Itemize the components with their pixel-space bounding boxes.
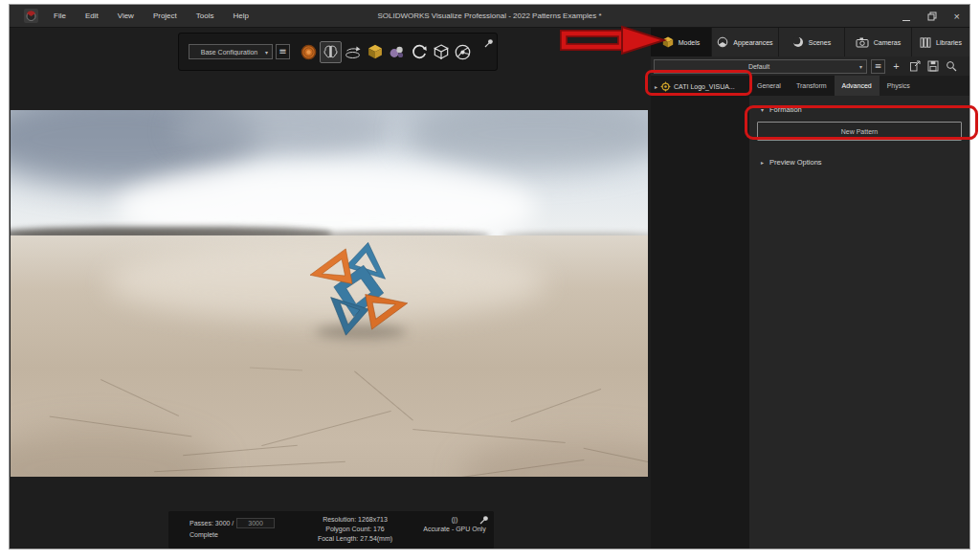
tab-libraries[interactable]: Libraries	[912, 28, 969, 56]
formation-section-header[interactable]: ▾ Formation	[749, 96, 969, 114]
toolbar-icons	[298, 41, 474, 63]
restore-icon[interactable]	[927, 8, 937, 25]
app-window: File Edit View Project Tools Help SOLIDW…	[9, 4, 970, 549]
tab-label: Cameras	[874, 39, 901, 46]
chevron-down-icon: ▾	[859, 63, 862, 70]
palette-tab-bar: Models Appearances Scenes	[651, 28, 969, 56]
export-icon[interactable]	[907, 59, 922, 74]
tab-appearances[interactable]: Appearances	[712, 28, 779, 56]
menu-tools[interactable]: Tools	[187, 5, 224, 28]
appearances-icon	[717, 36, 728, 48]
models-cube-icon	[662, 36, 674, 48]
appearance-spheres-icon[interactable]	[386, 41, 408, 63]
add-button[interactable]: +	[889, 59, 903, 74]
window-controls: ×	[902, 5, 960, 28]
tab-label: Scenes	[809, 39, 831, 46]
scenes-icon	[792, 36, 804, 48]
passes-total-field[interactable]: 3000	[236, 518, 275, 528]
chevron-down-icon: ▾	[265, 49, 268, 56]
tab-models[interactable]: Models	[651, 28, 712, 56]
menu-help[interactable]: Help	[223, 5, 257, 28]
passes-label: Passes: 3000 /	[189, 520, 234, 526]
menu-project[interactable]: Project	[144, 5, 187, 28]
tab-label: Appearances	[733, 39, 772, 46]
subtab-transform[interactable]: Transform	[789, 76, 835, 96]
configuration-dropdown-value: Base Configuration	[193, 49, 265, 56]
tab-label: Libraries	[936, 39, 962, 46]
formation-label: Formation	[769, 105, 802, 114]
render-viewport[interactable]	[11, 110, 648, 477]
rotate-icon[interactable]	[408, 41, 430, 63]
camera-aperture-icon[interactable]	[452, 41, 474, 63]
search-icon[interactable]	[944, 59, 958, 74]
preview-options-label: Preview Options	[769, 158, 822, 167]
menu-bar: File Edit View Project Tools Help	[44, 5, 258, 28]
model-set-row: Default ▾ ≡ +	[651, 56, 969, 76]
polygon-count-value: Polygon Count: 176	[295, 525, 415, 534]
render-complete-status: Complete	[189, 531, 295, 538]
pin-icon[interactable]	[479, 515, 489, 526]
pin-icon[interactable]	[483, 35, 494, 53]
close-icon[interactable]: ×	[954, 5, 960, 28]
subtab-advanced[interactable]: Advanced	[835, 76, 880, 96]
plus-icon: +	[893, 61, 899, 72]
save-icon[interactable]	[925, 59, 940, 74]
property-sub-tabs: General Transform Advanced Physics	[749, 76, 969, 96]
render-status-bar: Passes: 3000 / 3000 Complete Resolution:…	[168, 511, 494, 549]
menu-view[interactable]: View	[108, 5, 144, 28]
configuration-dropdown[interactable]: Base Configuration ▾	[189, 44, 273, 59]
cameras-icon	[856, 37, 869, 48]
collapse-icon: ▸	[761, 159, 764, 166]
new-pattern-button[interactable]: New Pattern	[757, 122, 962, 141]
app-logo-icon	[24, 9, 38, 23]
model-set-value: Default	[658, 63, 859, 70]
tree-item-label: CATI Logo_VISUA...	[674, 83, 735, 90]
model-cube-icon[interactable]	[364, 41, 386, 63]
denoiser-brain-icon[interactable]	[320, 41, 342, 63]
window-title: SOLIDWORKS Visualize Professional - 2022…	[201, 11, 778, 20]
model-set-dropdown[interactable]: Default ▾	[654, 59, 867, 74]
cati-logo-model	[305, 239, 412, 339]
focal-length-value: Focal Length: 27.54(mm)	[295, 534, 415, 544]
expand-icon[interactable]: ▸	[655, 83, 657, 90]
viewport-toolbar: Base Configuration ▾ ≡	[178, 33, 498, 71]
tree-item-cati-logo[interactable]: ▸ CATI Logo_VISUA...	[651, 78, 749, 95]
title-bar: File Edit View Project Tools Help SOLIDW…	[10, 5, 969, 28]
expand-icon: ▾	[761, 106, 764, 113]
turntable-icon[interactable]	[342, 41, 364, 63]
tab-cameras[interactable]: Cameras	[845, 28, 912, 56]
tab-scenes[interactable]: Scenes	[779, 28, 845, 56]
model-tree: ▸ CATI Logo_VISUA...	[651, 76, 749, 549]
model-group-icon	[660, 81, 671, 92]
menu-edit[interactable]: Edit	[76, 5, 108, 28]
snapshot-box-icon[interactable]	[430, 41, 452, 63]
subtab-general[interactable]: General	[749, 76, 789, 96]
libraries-icon	[920, 37, 931, 48]
palette-panel: Models Appearances Scenes	[651, 28, 969, 549]
tab-label: Models	[679, 39, 701, 46]
passes-column: Passes: 3000 / 3000 Complete	[168, 511, 295, 549]
model-properties: General Transform Advanced Physics ▾ For…	[749, 76, 969, 549]
render-info-column: Resolution: 1268x713 Polygon Count: 176 …	[295, 511, 415, 549]
preview-options-section-header[interactable]: ▸ Preview Options	[749, 141, 969, 167]
minimize-icon[interactable]	[902, 8, 910, 25]
model-set-list-button[interactable]: ≡	[871, 59, 885, 74]
render-target-icon[interactable]	[298, 41, 320, 63]
subtab-physics[interactable]: Physics	[880, 76, 918, 96]
menu-file[interactable]: File	[44, 5, 76, 28]
configuration-list-button[interactable]: ≡	[276, 44, 290, 59]
resolution-value: Resolution: 1268x713	[295, 515, 415, 525]
